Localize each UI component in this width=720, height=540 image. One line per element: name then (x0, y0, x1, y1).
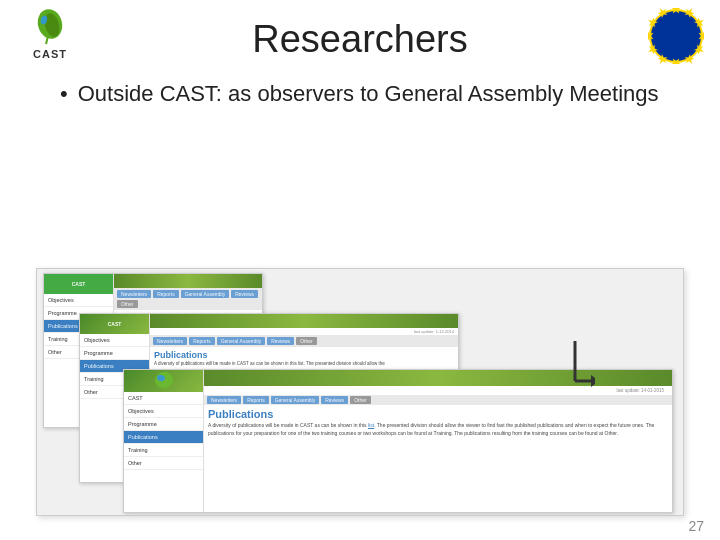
cast-logo: CAST (16, 8, 84, 60)
p3-nav-programme[interactable]: Programme (124, 418, 203, 431)
p3-nav-other[interactable]: Other (124, 457, 203, 470)
svg-point-4 (650, 10, 702, 62)
p2-tab-ga[interactable]: General Assembly (217, 337, 266, 345)
p2-tab-other[interactable]: Other (296, 337, 317, 345)
screenshot-container: CAST Objectives Programme Publications T… (36, 268, 684, 516)
logos-bar: CAST (0, 0, 720, 64)
p3-tab-newsletters[interactable]: Newsletters (207, 396, 241, 404)
panel3-last-update: last update: 14-01-2015 (612, 387, 668, 394)
p1-nav-objectives[interactable]: Objectives (44, 294, 113, 307)
panel3-sidebar: CAST Objectives Programme Publications T… (124, 370, 204, 512)
svg-marker-21 (591, 375, 595, 387)
panel2-last-update: last update: 1-12-2014 (150, 328, 458, 335)
panel3-main: last update: 14-01-2015 Newsletters Repo… (204, 370, 672, 512)
panel1-header-green (114, 274, 262, 288)
panel3-pub-text: A diversity of publications will be made… (204, 421, 672, 438)
panel3-nav-tabs: Newsletters Reports General Assembly Rev… (204, 395, 672, 405)
p2-tab-reviews[interactable]: Reviews (267, 337, 294, 345)
p3-nav-cast[interactable]: CAST (124, 392, 203, 405)
cast-text: CAST (33, 48, 67, 60)
panel2-nav-tabs: Newsletters Reports General Assembly Rev… (150, 335, 458, 347)
eu-logo-icon (648, 8, 704, 64)
bullet-dot-1: • (60, 79, 68, 109)
p3-tab-reports[interactable]: Reports (243, 396, 269, 404)
p2-tab-reports[interactable]: Reports (189, 337, 215, 345)
p1-tab-other[interactable]: Other (117, 300, 138, 308)
p3-nav-publications[interactable]: Publications (124, 431, 203, 444)
p1-tab-ga[interactable]: General Assembly (181, 290, 230, 298)
p3-nav-training[interactable]: Training (124, 444, 203, 457)
arrow-cursor (571, 337, 595, 397)
p3-nav-objectives[interactable]: Objectives (124, 405, 203, 418)
p2-nav-objectives[interactable]: Objectives (80, 334, 149, 347)
panel3-header-green (204, 370, 672, 386)
bullet-item-1: • Outside CAST: as observers to General … (60, 79, 660, 109)
panel2-pub-title: Publications (150, 347, 458, 361)
panel2-header-green (150, 314, 458, 328)
panel2-logo: CAST (80, 314, 149, 334)
p2-tab-newsletters[interactable]: Newsletters (153, 337, 187, 345)
p2-nav-programme[interactable]: Programme (80, 347, 149, 360)
cast-leaf-icon (30, 8, 70, 46)
p3-tab-reviews[interactable]: Reviews (321, 396, 348, 404)
p1-tab-reviews[interactable]: Reviews (231, 290, 258, 298)
page-number: 27 (688, 518, 704, 534)
panel1-nav-tabs: Newsletters Reports General Assembly Rev… (114, 288, 262, 310)
panel2-pub-text: A diversity of publications will be made… (150, 361, 458, 367)
bullet-text-1: Outside CAST: as observers to General As… (78, 79, 659, 109)
panel3-pub-title: Publications (204, 405, 672, 421)
panel3-logo (124, 370, 203, 392)
bullet-section: • Outside CAST: as observers to General … (60, 79, 660, 109)
p1-tab-newsletters[interactable]: Newsletters (117, 290, 151, 298)
panel1-logo: CAST (44, 274, 113, 294)
p1-tab-reports[interactable]: Reports (153, 290, 179, 298)
p3-tab-other[interactable]: Other (350, 396, 371, 404)
p3-tab-ga[interactable]: General Assembly (271, 396, 320, 404)
browser-inner: CAST Objectives Programme Publications T… (37, 269, 683, 515)
svg-point-17 (153, 371, 175, 390)
